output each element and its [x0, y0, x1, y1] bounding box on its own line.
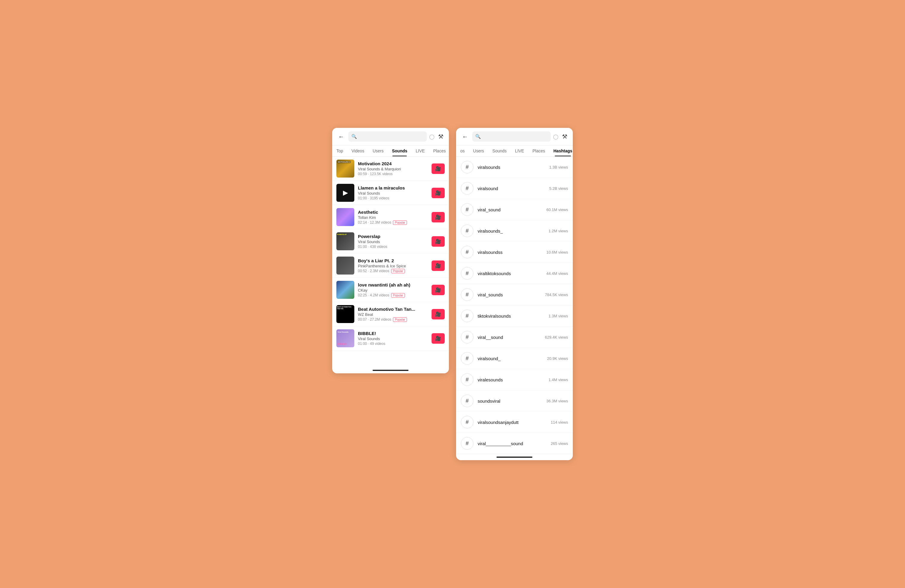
hashtag-item[interactable]: # viral__________sound 265 views: [456, 433, 573, 454]
tab-hashtags[interactable]: Hashtags: [549, 146, 573, 156]
hashtag-item[interactable]: # viralsoundsanjaydutt 114 views: [456, 412, 573, 433]
hashtag-item[interactable]: # soundsviral 36.3M views: [456, 390, 573, 412]
hashtag-icon: #: [461, 394, 473, 407]
sound-meta: 01:00 · 49 videos: [358, 342, 428, 346]
sound-info: BIBBLE! Viral Sounds 01:00 · 49 videos: [358, 331, 428, 346]
sound-title: Aesthetic: [358, 210, 428, 215]
tabs-left: Top Videos Users Sounds LIVE Places Has.…: [332, 146, 449, 157]
hashtag-name: viral_sounds: [478, 292, 541, 297]
sound-meta: 01:00 · 438 videos: [358, 245, 428, 249]
sound-thumb: [337, 160, 354, 178]
sound-item[interactable]: Beat Automotivo Tan Tan... WZ Beat 00:07…: [332, 302, 449, 326]
hashtag-name: viralesounds: [478, 377, 545, 382]
left-phone: ← 🔍 ◯ ⚒ Top Videos Users Sounds LIVE Pla…: [332, 128, 449, 373]
use-sound-button[interactable]: 🎥: [432, 285, 445, 295]
sound-artist: PinkPantheress & Ice Spice: [358, 264, 428, 268]
clear-button-right[interactable]: ◯: [553, 134, 559, 140]
hashtag-views: 44.4M views: [546, 271, 568, 276]
hashtag-views: 629.4K views: [545, 335, 568, 340]
sound-artist: WZ Beat: [358, 312, 428, 317]
clear-button-left[interactable]: ◯: [429, 134, 435, 140]
hashtag-item[interactable]: # viralsound_ 20.9K views: [456, 348, 573, 369]
tab-top[interactable]: Top: [332, 146, 348, 156]
play-icon: ▶: [343, 189, 348, 197]
hashtag-views: 114 views: [551, 420, 568, 424]
tab-os[interactable]: os: [456, 146, 469, 156]
sound-item[interactable]: BIBBLE! Viral Sounds 01:00 · 49 videos 🎥: [332, 326, 449, 351]
hashtag-item[interactable]: # viral__sound 629.4K views: [456, 327, 573, 348]
hashtag-item[interactable]: # viralsoundss 10.6M views: [456, 242, 573, 263]
search-bar-right: ← 🔍 ◯ ⚒: [456, 128, 573, 146]
sound-meta: 02:25 · 4.2M videos Popular: [358, 293, 428, 297]
tab-places[interactable]: Places: [429, 146, 449, 156]
sound-thumb: [337, 232, 354, 250]
sound-item[interactable]: Aesthetic Tollan Kim 02:14 · 12.3M video…: [332, 205, 449, 229]
sound-item[interactable]: love nwantinti (ah ah ah) CKay 02:25 · 4…: [332, 278, 449, 302]
use-sound-button[interactable]: 🎥: [432, 164, 445, 174]
hashtag-views: 1.2M views: [549, 229, 568, 233]
sound-title: Llamen a la miraculos: [358, 185, 428, 191]
tab-places-r[interactable]: Places: [528, 146, 549, 156]
hashtag-views: 784.5K views: [545, 292, 568, 297]
sound-duration: 01:00 · 49 videos: [358, 342, 385, 346]
sound-thumb: ▶: [337, 184, 354, 202]
sound-thumb: [337, 257, 354, 275]
back-button-left[interactable]: ←: [337, 133, 346, 141]
search-input-wrapper-left[interactable]: 🔍: [348, 132, 427, 141]
sound-item[interactable]: Powerslap Viral Sounds 01:00 · 438 video…: [332, 229, 449, 254]
sound-item[interactable]: Motivation 2024 Viral Sounds & Marquiori…: [332, 157, 449, 181]
hashtag-icon: #: [461, 267, 473, 280]
scroll-bar-left: [373, 370, 408, 371]
sound-title: BIBBLE!: [358, 331, 428, 336]
use-sound-button[interactable]: 🎥: [432, 212, 445, 222]
sound-title: Boy's a Liar Pt. 2: [358, 258, 428, 263]
hashtag-name: viral__sound: [478, 335, 541, 340]
back-button-right[interactable]: ←: [460, 133, 470, 141]
hashtag-views: 20.9K views: [547, 356, 568, 361]
sound-item[interactable]: Boy's a Liar Pt. 2 PinkPantheress & Ice …: [332, 254, 449, 278]
hashtag-icon: #: [461, 331, 473, 343]
tab-live-r[interactable]: LIVE: [511, 146, 528, 156]
hashtag-name: viralsoundsanjaydutt: [478, 420, 546, 425]
hashtag-name: tiktokviralsounds: [478, 313, 545, 319]
search-icon-left: 🔍: [351, 134, 357, 139]
hashtag-item[interactable]: # viraltiktoksounds 44.4M views: [456, 263, 573, 284]
hashtag-item[interactable]: # viralsound 5.2B views: [456, 178, 573, 199]
hashtag-icon: #: [461, 352, 473, 365]
sound-artist: Viral Sounds: [358, 240, 428, 244]
right-phone: ← 🔍 ◯ ⚒ os Users Sounds LIVE Places Hash…: [456, 128, 573, 460]
hashtag-item[interactable]: # viralesounds 1.4M views: [456, 369, 573, 390]
tab-live[interactable]: LIVE: [411, 146, 429, 156]
use-sound-button[interactable]: 🎥: [432, 261, 445, 271]
sound-info: Boy's a Liar Pt. 2 PinkPantheress & Ice …: [358, 258, 428, 273]
use-sound-button[interactable]: 🎥: [432, 236, 445, 247]
hashtag-icon: #: [461, 310, 473, 322]
hashtag-item[interactable]: # tiktokviralsounds 1.3M views: [456, 305, 573, 327]
sound-meta: 01:00 · 3195 videos: [358, 196, 428, 200]
hashtag-name: soundsviral: [478, 399, 542, 404]
sound-duration: 02:14 · 12.3M videos: [358, 220, 391, 224]
sound-item[interactable]: ▶ Llamen a la miraculos Viral Sounds 01:…: [332, 181, 449, 205]
popular-badge: Popular: [393, 220, 407, 225]
use-sound-button[interactable]: 🎥: [432, 188, 445, 198]
hashtag-icon: #: [461, 161, 473, 173]
filter-button-right[interactable]: ⚒: [561, 132, 568, 141]
sound-duration: 01:00 · 3195 videos: [358, 196, 389, 200]
search-input-wrapper-right[interactable]: 🔍: [472, 132, 551, 141]
tab-users[interactable]: Users: [368, 146, 388, 156]
use-sound-button[interactable]: 🎥: [432, 333, 445, 344]
filter-button-left[interactable]: ⚒: [437, 132, 445, 141]
hashtag-item[interactable]: # viral_sounds 784.5K views: [456, 284, 573, 305]
use-sound-button[interactable]: 🎥: [432, 309, 445, 319]
sound-artist: Tollan Kim: [358, 215, 428, 220]
tab-users-r[interactable]: Users: [469, 146, 488, 156]
hashtag-item[interactable]: # viralsounds_ 1.2M views: [456, 220, 573, 242]
popular-badge: Popular: [391, 269, 405, 273]
tab-videos[interactable]: Videos: [348, 146, 369, 156]
hashtag-item[interactable]: # viral_sound 60.1M views: [456, 199, 573, 220]
tab-sounds-r[interactable]: Sounds: [488, 146, 511, 156]
hashtag-list: # viralsounds 1.3B views # viralsound 5.…: [456, 157, 573, 454]
search-icon-right: 🔍: [475, 134, 481, 139]
tab-sounds[interactable]: Sounds: [388, 146, 411, 156]
hashtag-item[interactable]: # viralsounds 1.3B views: [456, 157, 573, 178]
